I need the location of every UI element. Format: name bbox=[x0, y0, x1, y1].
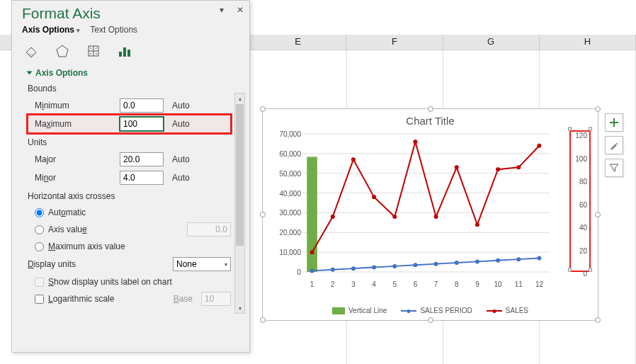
plot-area[interactable] bbox=[302, 134, 550, 272]
maximum-input[interactable] bbox=[120, 117, 164, 131]
chart-filters-button[interactable] bbox=[605, 159, 623, 177]
resize-handle[interactable] bbox=[428, 106, 433, 112]
svg-point-32 bbox=[434, 215, 438, 219]
scroll-up-icon[interactable]: ▴ bbox=[236, 93, 244, 103]
axis-value-input[interactable] bbox=[187, 222, 231, 237]
chart-title[interactable]: Chart Title bbox=[263, 115, 598, 127]
x-axis[interactable]: 123456789101112 bbox=[302, 280, 550, 292]
svg-point-30 bbox=[392, 215, 397, 219]
log-scale-checkbox[interactable] bbox=[35, 295, 44, 304]
display-units-label: Display units bbox=[28, 259, 76, 269]
svg-rect-2 bbox=[119, 52, 122, 57]
svg-point-28 bbox=[351, 157, 356, 161]
resize-handle[interactable] bbox=[595, 106, 601, 112]
svg-point-20 bbox=[434, 262, 438, 266]
resize-handle[interactable] bbox=[595, 212, 601, 217]
tab-text-options[interactable]: Text Options bbox=[90, 25, 137, 35]
col-f[interactable]: F bbox=[346, 35, 443, 50]
svg-point-26 bbox=[310, 250, 314, 254]
scroll-down-icon[interactable]: ▾ bbox=[236, 303, 244, 313]
svg-point-22 bbox=[475, 259, 479, 263]
major-auto[interactable]: Auto bbox=[172, 154, 190, 164]
radio-max-axis-value[interactable]: Maximum axis value bbox=[28, 238, 231, 255]
svg-point-31 bbox=[413, 140, 417, 144]
row-major: Major Auto bbox=[28, 150, 231, 169]
primary-y-axis[interactable]: 010,00020,00030,00040,00050,00060,00070,… bbox=[271, 130, 301, 272]
minimum-label: Minimum bbox=[35, 101, 69, 110]
hcross-label: Horizontal axis crosses bbox=[28, 191, 231, 201]
axis-icon[interactable] bbox=[115, 42, 134, 59]
log-base-input bbox=[201, 292, 231, 306]
legend[interactable]: Vertical Line SALES PERIOD SALES bbox=[263, 307, 598, 314]
size-icon[interactable] bbox=[84, 42, 103, 59]
col-e[interactable]: E bbox=[250, 35, 346, 50]
col-g[interactable]: G bbox=[443, 35, 540, 50]
svg-point-19 bbox=[413, 263, 417, 267]
svg-rect-4 bbox=[127, 50, 130, 57]
radio-axis-value[interactable]: Axis value bbox=[28, 221, 231, 238]
minor-auto[interactable]: Auto bbox=[172, 173, 190, 183]
svg-point-27 bbox=[331, 215, 335, 219]
major-label: Major bbox=[35, 154, 56, 164]
svg-point-16 bbox=[351, 266, 356, 271]
maximum-auto[interactable]: Auto bbox=[172, 119, 190, 129]
legend-vertical-line[interactable]: Vertical Line bbox=[332, 307, 387, 314]
row-display-units: Display units None▾ bbox=[28, 255, 231, 273]
fill-icon[interactable] bbox=[22, 42, 40, 59]
maximum-label: Maximum bbox=[35, 119, 72, 129]
bounds-label: Bounds bbox=[28, 84, 231, 93]
svg-point-17 bbox=[372, 266, 376, 270]
minimum-input[interactable] bbox=[120, 98, 164, 113]
resize-handle[interactable] bbox=[260, 212, 266, 217]
svg-marker-0 bbox=[57, 45, 68, 57]
svg-point-14 bbox=[310, 268, 314, 273]
resize-handle[interactable] bbox=[260, 106, 266, 112]
svg-point-24 bbox=[516, 257, 521, 261]
chart-object[interactable]: Chart Title 010,00020,00030,00040,00050,… bbox=[262, 108, 598, 321]
radio-max-axis-input[interactable] bbox=[35, 242, 44, 251]
tab-axis-options[interactable]: Axis Options ▾ bbox=[22, 25, 80, 35]
svg-point-35 bbox=[496, 167, 500, 171]
chart-side-buttons bbox=[605, 113, 623, 177]
svg-point-15 bbox=[331, 268, 335, 272]
scroll-thumb[interactable] bbox=[236, 104, 244, 246]
svg-point-29 bbox=[372, 195, 376, 199]
row-show-units-label: Show display units label on chart bbox=[28, 273, 231, 290]
pane-title: Format Axis bbox=[22, 5, 239, 22]
resize-handle[interactable] bbox=[595, 317, 601, 323]
svg-point-23 bbox=[496, 258, 500, 263]
chart-styles-button[interactable] bbox=[605, 136, 623, 154]
display-units-select[interactable]: None▾ bbox=[173, 257, 231, 271]
row-maximum: Maximum Auto bbox=[28, 115, 231, 133]
pane-menu-icon[interactable]: ▾ bbox=[220, 5, 224, 15]
effects-icon[interactable] bbox=[53, 42, 72, 59]
row-minor: Minor Auto bbox=[28, 169, 231, 187]
units-label: Units bbox=[28, 137, 231, 147]
row-log-scale[interactable]: Logarithmic scale Base bbox=[28, 290, 231, 307]
svg-point-18 bbox=[392, 264, 397, 268]
resize-handle[interactable] bbox=[260, 317, 266, 323]
svg-point-34 bbox=[475, 222, 479, 227]
major-input[interactable] bbox=[120, 152, 164, 166]
chart-elements-button[interactable] bbox=[605, 113, 623, 132]
minor-input[interactable] bbox=[120, 171, 164, 185]
minor-label: Minor bbox=[35, 173, 56, 183]
row-minimum: Minimum Auto bbox=[28, 96, 231, 115]
svg-rect-3 bbox=[123, 47, 126, 57]
legend-sales[interactable]: SALES bbox=[487, 307, 528, 314]
legend-sales-period[interactable]: SALES PERIOD bbox=[401, 307, 472, 314]
pane-scrollbar[interactable]: ▴ ▾ bbox=[234, 93, 245, 314]
pane-close-icon[interactable]: ✕ bbox=[237, 5, 244, 15]
radio-automatic-input[interactable] bbox=[35, 208, 44, 217]
minimum-auto[interactable]: Auto bbox=[172, 101, 190, 110]
svg-point-25 bbox=[537, 256, 541, 261]
svg-point-36 bbox=[516, 165, 521, 169]
radio-axis-value-input[interactable] bbox=[35, 225, 44, 234]
resize-handle[interactable] bbox=[428, 317, 433, 323]
svg-point-33 bbox=[455, 165, 459, 169]
col-h[interactable]: H bbox=[540, 35, 636, 50]
section-axis-options[interactable]: Axis Options bbox=[28, 68, 231, 78]
radio-automatic[interactable]: Automatic bbox=[28, 204, 231, 221]
format-axis-pane: Format Axis ▾ ✕ Axis Options ▾ Text Opti… bbox=[11, 0, 250, 353]
secondary-y-axis-selected[interactable]: 020406080100120 bbox=[569, 130, 591, 272]
